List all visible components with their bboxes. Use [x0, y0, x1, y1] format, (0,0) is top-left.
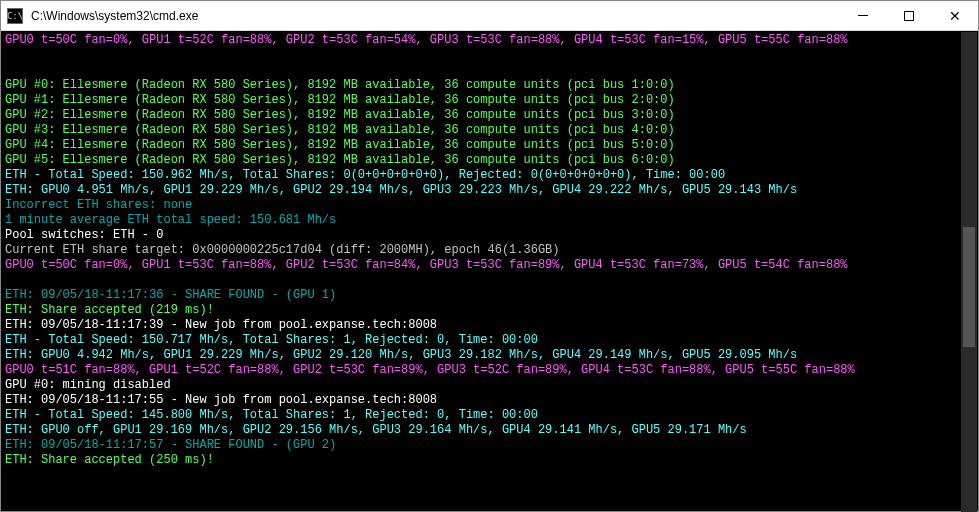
close-icon: ✕	[949, 9, 961, 23]
maximize-icon	[904, 11, 914, 21]
terminal-line: ETH: 09/05/18-11:17:55 - New job from po…	[5, 393, 974, 408]
terminal-line: ETH: Share accepted (250 ms)!	[5, 453, 974, 468]
terminal-line: GPU #2: Ellesmere (Radeon RX 580 Series)…	[5, 108, 974, 123]
terminal-line: Incorrect ETH shares: none	[5, 198, 974, 213]
terminal-line: ETH: 09/05/18-11:17:39 - New job from po…	[5, 318, 974, 333]
window-title: C:\Windows\system32\cmd.exe	[29, 9, 840, 23]
terminal-line: GPU0 t=50C fan=0%, GPU1 t=53C fan=88%, G…	[5, 258, 974, 273]
vertical-scrollbar[interactable]	[961, 32, 977, 512]
terminal-line	[5, 63, 974, 78]
terminal-line: GPU #0: mining disabled	[5, 378, 974, 393]
window-controls: ✕	[840, 1, 978, 30]
terminal-line: ETH: GPU0 4.942 Mh/s, GPU1 29.229 Mh/s, …	[5, 348, 974, 363]
minimize-icon	[858, 15, 868, 16]
terminal-line	[5, 48, 974, 63]
terminal-line: GPU0 t=50C fan=0%, GPU1 t=52C fan=88%, G…	[5, 33, 974, 48]
terminal-line: ETH - Total Speed: 145.800 Mh/s, Total S…	[5, 408, 974, 423]
terminal-output[interactable]: GPU0 t=50C fan=0%, GPU1 t=52C fan=88%, G…	[1, 31, 978, 511]
close-button[interactable]: ✕	[932, 1, 978, 30]
terminal-line: ETH: GPU0 off, GPU1 29.169 Mh/s, GPU2 29…	[5, 423, 974, 438]
terminal-line: GPU #5: Ellesmere (Radeon RX 580 Series)…	[5, 153, 974, 168]
terminal-line: ETH - Total Speed: 150.717 Mh/s, Total S…	[5, 333, 974, 348]
terminal-line: Pool switches: ETH - 0	[5, 228, 974, 243]
terminal-line: 1 minute average ETH total speed: 150.68…	[5, 213, 974, 228]
terminal-line: ETH: Share accepted (219 ms)!	[5, 303, 974, 318]
terminal-line	[5, 273, 974, 288]
scrollbar-track[interactable]	[961, 48, 977, 496]
terminal-line: GPU #3: Ellesmere (Radeon RX 580 Series)…	[5, 123, 974, 138]
scrollbar-thumb[interactable]	[963, 227, 975, 347]
terminal-line: GPU0 t=51C fan=88%, GPU1 t=52C fan=88%, …	[5, 363, 974, 378]
terminal-line: Current ETH share target: 0x0000000225c1…	[5, 243, 974, 258]
terminal-line: GPU #4: Ellesmere (Radeon RX 580 Series)…	[5, 138, 974, 153]
terminal-line: ETH: 09/05/18-11:17:57 - SHARE FOUND - (…	[5, 438, 974, 453]
titlebar[interactable]: C:\ C:\Windows\system32\cmd.exe ✕	[1, 1, 978, 31]
terminal-line: ETH: 09/05/18-11:17:36 - SHARE FOUND - (…	[5, 288, 974, 303]
minimize-button[interactable]	[840, 1, 886, 30]
terminal-line: GPU #0: Ellesmere (Radeon RX 580 Series)…	[5, 78, 974, 93]
terminal-line: ETH: GPU0 4.951 Mh/s, GPU1 29.229 Mh/s, …	[5, 183, 974, 198]
cmd-window: C:\ C:\Windows\system32\cmd.exe ✕ GPU0 t…	[0, 0, 979, 512]
terminal-line: ETH - Total Speed: 150.962 Mh/s, Total S…	[5, 168, 974, 183]
terminal-line: GPU #1: Ellesmere (Radeon RX 580 Series)…	[5, 93, 974, 108]
app-icon: C:\	[7, 8, 23, 24]
maximize-button[interactable]	[886, 1, 932, 30]
